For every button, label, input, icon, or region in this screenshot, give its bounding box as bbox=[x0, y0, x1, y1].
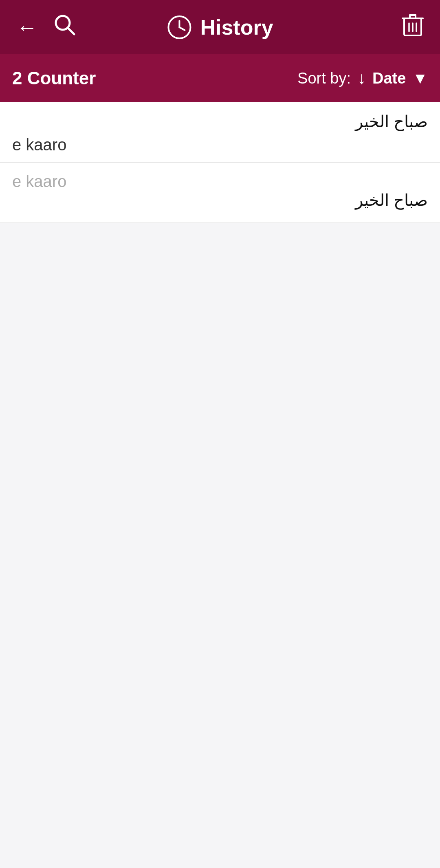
back-icon[interactable]: ← bbox=[16, 17, 37, 38]
page-title: History bbox=[200, 15, 273, 40]
history-item-row-1: صباح الخير e kaaro bbox=[12, 112, 428, 154]
svg-line-4 bbox=[179, 27, 185, 30]
header-left-controls: ← bbox=[16, 14, 76, 41]
search-icon[interactable] bbox=[54, 14, 76, 41]
clock-icon bbox=[167, 15, 192, 40]
history-item-arabic-secondary: صباح الخير bbox=[355, 191, 428, 209]
history-item[interactable]: صباح الخير e kaaro bbox=[0, 102, 440, 163]
history-item-arabic-text: صباح الخير bbox=[355, 112, 428, 131]
header-center: History bbox=[167, 15, 273, 40]
history-item-latin-secondary-row: e kaaro bbox=[12, 172, 428, 191]
header-right-controls bbox=[402, 13, 424, 42]
sort-arrow-icon: ↓ bbox=[357, 68, 366, 88]
app-header: ← History bbox=[0, 0, 440, 54]
counter-label: 2 Counter bbox=[12, 68, 96, 88]
svg-line-1 bbox=[68, 28, 74, 34]
history-item-latin-primary-row: e kaaro bbox=[12, 136, 428, 154]
sort-container[interactable]: Sort by: ↓ Date ▼ bbox=[297, 68, 428, 88]
history-item-latin-secondary: e kaaro bbox=[12, 172, 66, 190]
chevron-down-icon[interactable]: ▼ bbox=[412, 70, 428, 87]
history-item-2[interactable]: e kaaro صباح الخير bbox=[0, 163, 440, 223]
sort-date-label: Date bbox=[372, 70, 406, 87]
history-item-row-2: e kaaro صباح الخير bbox=[12, 172, 428, 214]
history-item-arabic-bottom-row: صباح الخير bbox=[12, 191, 428, 214]
sort-by-label: Sort by: bbox=[297, 70, 351, 87]
trash-icon[interactable] bbox=[402, 13, 424, 42]
history-item-arabic-row: صباح الخير bbox=[12, 112, 428, 136]
history-item-latin-primary: e kaaro bbox=[12, 136, 66, 154]
history-list: صباح الخير e kaaro e kaaro صباح الخير bbox=[0, 102, 440, 223]
empty-content-area bbox=[0, 223, 440, 868]
counter-bar: 2 Counter Sort by: ↓ Date ▼ bbox=[0, 54, 440, 102]
